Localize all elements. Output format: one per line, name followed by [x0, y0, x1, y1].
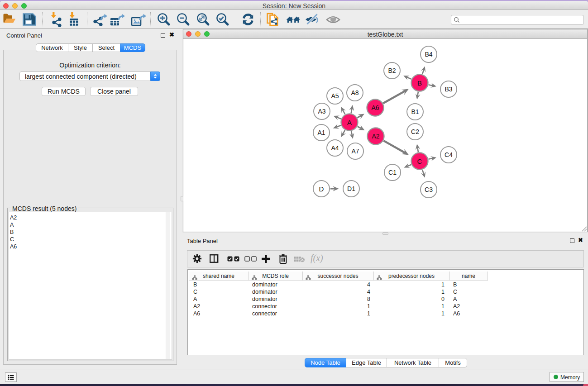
svg-text:C4: C4	[445, 151, 453, 158]
svg-text:D: D	[319, 185, 324, 193]
svg-text:B: B	[417, 79, 422, 87]
svg-text:A1: A1	[317, 129, 325, 136]
svg-text:A2: A2	[372, 133, 379, 140]
svg-text:A6: A6	[371, 104, 379, 111]
svg-text:B2: B2	[388, 67, 396, 74]
svg-text:A3: A3	[318, 108, 325, 115]
svg-text:B1: B1	[411, 108, 419, 115]
svg-text:A8: A8	[351, 89, 359, 96]
svg-text:A4: A4	[331, 144, 339, 152]
svg-text:D1: D1	[347, 185, 355, 192]
svg-text:C1: C1	[388, 169, 397, 176]
svg-text:B4: B4	[425, 51, 432, 58]
svg-text:C2: C2	[411, 128, 419, 135]
svg-text:B3: B3	[445, 86, 452, 93]
svg-text:C3: C3	[425, 186, 433, 193]
svg-text:A: A	[347, 119, 352, 126]
svg-text:A7: A7	[351, 148, 359, 155]
svg-text:C: C	[417, 157, 422, 165]
svg-text:A5: A5	[331, 92, 339, 100]
